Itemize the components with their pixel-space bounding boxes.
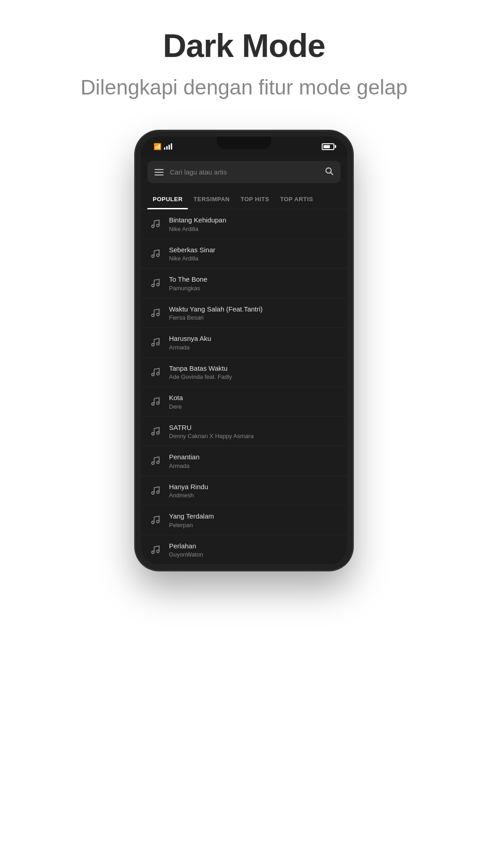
search-placeholder: Cari lagu atau artis bbox=[170, 168, 318, 176]
svg-point-19 bbox=[157, 461, 160, 463]
song-info: Tanpa Batas Waktu Ade Govinda feat. Fadl… bbox=[169, 364, 340, 381]
search-icon[interactable] bbox=[324, 166, 333, 178]
song-info: Penantian Armada bbox=[169, 453, 340, 469]
song-title: Tanpa Batas Waktu bbox=[169, 364, 340, 373]
music-icon bbox=[148, 365, 163, 379]
song-artist: Fiersa Besari bbox=[169, 314, 340, 321]
song-artist: GuyonWaton bbox=[169, 551, 340, 558]
song-info: Harusnya Aku Armada bbox=[169, 334, 340, 351]
song-info: SATRU Denny Caknan X Happy Asmara bbox=[169, 423, 340, 440]
svg-point-6 bbox=[152, 284, 155, 287]
song-title: Bintang Kehidupan bbox=[169, 216, 340, 225]
music-icon bbox=[148, 513, 163, 527]
svg-point-5 bbox=[157, 254, 160, 257]
svg-point-9 bbox=[157, 313, 160, 316]
svg-point-21 bbox=[157, 491, 160, 494]
music-icon bbox=[148, 217, 163, 231]
tab-top-hits[interactable]: TOP HITS bbox=[235, 189, 274, 209]
song-artist: Peterpan bbox=[169, 522, 340, 528]
song-artist: Andmesh bbox=[169, 492, 340, 499]
list-item[interactable]: Bintang Kehidupan Nike Ardilla bbox=[141, 209, 347, 239]
song-artist: Dere bbox=[169, 403, 340, 410]
list-item[interactable]: Perlahan GuyonWaton bbox=[141, 535, 347, 565]
list-item[interactable]: Kota Dere bbox=[141, 387, 347, 417]
app-content: Cari lagu atau artis POPULER TERSIMPAN T… bbox=[141, 156, 347, 565]
svg-line-1 bbox=[331, 173, 333, 175]
song-title: Perlahan bbox=[169, 542, 340, 551]
list-item[interactable]: To The Bone Pamungkas bbox=[141, 269, 347, 298]
menu-icon[interactable] bbox=[155, 169, 164, 175]
song-info: Kota Dere bbox=[169, 393, 340, 410]
svg-point-18 bbox=[152, 462, 155, 465]
svg-point-20 bbox=[152, 492, 155, 495]
song-artist: Armada bbox=[169, 462, 340, 469]
list-item[interactable]: Tanpa Batas Waktu Ade Govinda feat. Fadl… bbox=[141, 358, 347, 387]
phone-mockup: 📶 Cari lagu atau artis bbox=[136, 131, 352, 570]
list-item[interactable]: Waktu Yang Salah (Feat.Tantri) Fiersa Be… bbox=[141, 298, 347, 328]
page-title: Dark Mode bbox=[163, 27, 325, 64]
svg-point-24 bbox=[152, 551, 155, 554]
svg-point-13 bbox=[157, 373, 160, 375]
svg-point-2 bbox=[152, 225, 155, 228]
song-artist: Ade Govinda feat. Fadly bbox=[169, 373, 340, 380]
song-info: To The Bone Pamungkas bbox=[169, 275, 340, 292]
signal-icon bbox=[164, 143, 172, 150]
list-item[interactable]: SATRU Denny Caknan X Happy Asmara bbox=[141, 417, 347, 447]
song-artist: Nike Ardilla bbox=[169, 255, 340, 262]
music-icon bbox=[148, 424, 163, 439]
svg-point-23 bbox=[157, 520, 160, 523]
song-info: Bintang Kehidupan Nike Ardilla bbox=[169, 216, 340, 232]
page-subtitle: Dilengkapi dengan fitur mode gelap bbox=[80, 75, 408, 99]
song-title: Hanya Rindu bbox=[169, 482, 340, 491]
list-item[interactable]: Seberkas Sinar Nike Ardilla bbox=[141, 239, 347, 269]
battery-icon bbox=[322, 143, 334, 150]
song-info: Hanya Rindu Andmesh bbox=[169, 482, 340, 499]
music-icon bbox=[148, 542, 163, 557]
song-title: Yang Terdalam bbox=[169, 512, 340, 521]
song-artist: Nike Ardilla bbox=[169, 226, 340, 232]
song-info: Yang Terdalam Peterpan bbox=[169, 512, 340, 528]
music-icon bbox=[148, 453, 163, 468]
svg-point-15 bbox=[157, 402, 160, 405]
song-info: Waktu Yang Salah (Feat.Tantri) Fiersa Be… bbox=[169, 305, 340, 321]
song-title: Harusnya Aku bbox=[169, 334, 340, 343]
tab-tersimpan[interactable]: TERSIMPAN bbox=[188, 189, 235, 209]
svg-point-8 bbox=[152, 314, 155, 317]
list-item[interactable]: Yang Terdalam Peterpan bbox=[141, 505, 347, 535]
song-title: SATRU bbox=[169, 423, 340, 432]
wifi-icon: 📶 bbox=[154, 143, 161, 150]
music-icon bbox=[148, 394, 163, 409]
music-icon bbox=[148, 246, 163, 261]
search-bar[interactable]: Cari lagu atau artis bbox=[147, 161, 341, 183]
song-artist: Denny Caknan X Happy Asmara bbox=[169, 433, 340, 439]
svg-point-22 bbox=[152, 521, 155, 524]
tabs-row: POPULER TERSIMPAN TOP HITS TOP ARTIS bbox=[141, 189, 347, 209]
svg-point-10 bbox=[152, 344, 155, 346]
list-item[interactable]: Penantian Armada bbox=[141, 446, 347, 476]
status-left: 📶 bbox=[154, 143, 172, 150]
svg-point-11 bbox=[157, 343, 160, 345]
song-info: Perlahan GuyonWaton bbox=[169, 542, 340, 558]
song-artist: Armada bbox=[169, 344, 340, 351]
svg-point-12 bbox=[152, 373, 155, 376]
song-artist: Pamungkas bbox=[169, 285, 340, 292]
list-item[interactable]: Hanya Rindu Andmesh bbox=[141, 476, 347, 506]
music-icon bbox=[148, 335, 163, 349]
svg-point-4 bbox=[152, 255, 155, 258]
phone-notch bbox=[217, 137, 271, 149]
song-title: Kota bbox=[169, 393, 340, 402]
song-title: Seberkas Sinar bbox=[169, 245, 340, 255]
tab-top-artis[interactable]: TOP ARTIS bbox=[275, 189, 319, 209]
svg-point-17 bbox=[157, 432, 160, 434]
svg-point-3 bbox=[157, 224, 160, 227]
music-icon bbox=[148, 306, 163, 320]
svg-point-25 bbox=[157, 550, 160, 553]
svg-point-7 bbox=[157, 283, 160, 286]
list-item[interactable]: Harusnya Aku Armada bbox=[141, 328, 347, 358]
tab-populer[interactable]: POPULER bbox=[147, 189, 188, 209]
song-title: To The Bone bbox=[169, 275, 340, 284]
music-icon bbox=[148, 276, 163, 290]
song-title: Waktu Yang Salah (Feat.Tantri) bbox=[169, 305, 340, 314]
song-list: Bintang Kehidupan Nike Ardilla Seberkas … bbox=[141, 209, 347, 565]
svg-point-14 bbox=[152, 403, 155, 406]
